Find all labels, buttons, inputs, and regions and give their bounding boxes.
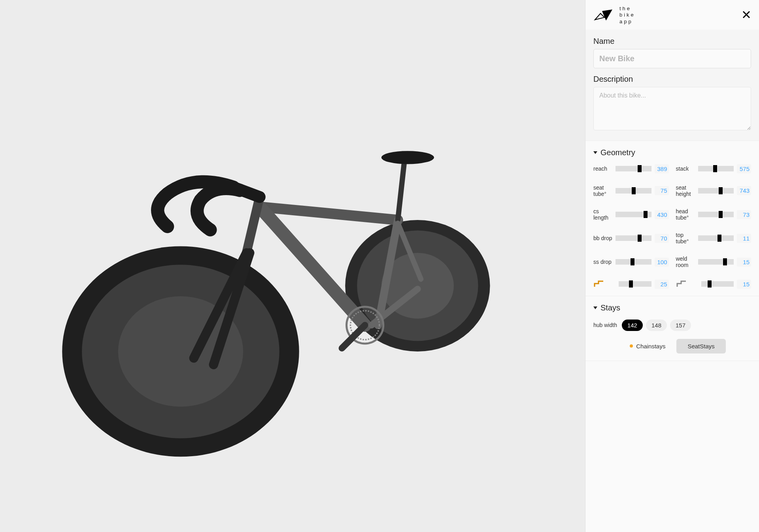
geometry-slider[interactable]	[616, 259, 651, 265]
geometry-param-value[interactable]: 389	[655, 164, 669, 173]
geometry-section-toggle[interactable]: Geometry	[593, 148, 751, 157]
geometry-param-label: head tube°	[676, 208, 695, 221]
geometry-param-row: 25	[593, 280, 669, 289]
geometry-param-label: stack	[676, 165, 695, 172]
geometry-param-row: seat height743	[676, 184, 751, 197]
brand-line-2: bike	[619, 12, 635, 18]
geometry-param-value[interactable]: 575	[737, 164, 751, 173]
svg-point-10	[381, 151, 434, 164]
step-gray-icon	[676, 280, 687, 288]
geometry-slider[interactable]	[698, 259, 734, 265]
close-button[interactable]	[741, 8, 752, 22]
geometry-param-label: top tube°	[676, 232, 695, 244]
geometry-param-row: seat tube°75	[593, 184, 669, 197]
geometry-param-label: cs length	[593, 208, 612, 221]
brand-line-1: the	[619, 6, 635, 12]
svg-line-6	[260, 207, 398, 220]
geometry-param-label: reach	[593, 165, 612, 172]
geometry-slider[interactable]	[616, 212, 651, 217]
geometry-param-row: top tube°11	[676, 232, 751, 244]
tab-label: Chainstays	[636, 343, 665, 350]
geometry-slider[interactable]	[619, 281, 651, 287]
geometry-param-row: ss drop100	[593, 256, 669, 268]
geometry-param-value[interactable]: 430	[655, 210, 669, 219]
properties-panel: the bike app Name Description G	[585, 0, 759, 532]
logo-icon	[593, 8, 615, 22]
geometry-param-value[interactable]: 73	[737, 210, 751, 219]
name-label: Name	[593, 37, 751, 46]
geometry-param-value[interactable]: 25	[655, 280, 669, 289]
svg-line-19	[342, 325, 365, 348]
geometry-slider[interactable]	[698, 212, 734, 217]
bike-render	[29, 69, 556, 463]
geometry-param-row: stack575	[676, 164, 751, 173]
geometry-slider[interactable]	[698, 166, 734, 171]
geometry-slider[interactable]	[698, 188, 734, 194]
geometry-param-row: 15	[676, 280, 751, 289]
geometry-param-row: head tube°73	[676, 208, 751, 221]
geometry-param-value[interactable]: 11	[737, 234, 751, 243]
bike-viewport[interactable]	[0, 0, 585, 532]
stays-tab[interactable]: SeatStays	[676, 339, 725, 353]
geometry-slider[interactable]	[616, 235, 651, 241]
caret-down-icon	[593, 151, 597, 154]
geometry-slider[interactable]	[616, 166, 651, 171]
geometry-slider[interactable]	[698, 235, 734, 241]
geometry-title: Geometry	[600, 148, 635, 157]
geometry-param-value[interactable]: 15	[737, 258, 751, 267]
hub-width-label: hub width	[593, 322, 617, 328]
svg-point-5	[118, 296, 243, 407]
geometry-param-label: seat tube°	[593, 184, 612, 197]
description-label: Description	[593, 75, 751, 84]
caret-down-icon	[593, 306, 597, 309]
hub-width-option[interactable]: 148	[646, 320, 667, 331]
geometry-param-value[interactable]: 75	[655, 186, 669, 195]
geometry-param-value[interactable]: 743	[737, 186, 751, 195]
stays-title: Stays	[600, 303, 620, 312]
svg-line-13	[246, 197, 259, 253]
tab-indicator-dot	[630, 344, 633, 348]
geometry-param-label: seat height	[676, 184, 695, 197]
geometry-param-row: reach389	[593, 164, 669, 173]
geometry-param-label: ss drop	[593, 259, 612, 265]
geometry-param-value[interactable]: 70	[655, 234, 669, 243]
svg-line-9	[398, 161, 404, 220]
stays-tab[interactable]: Chainstays	[619, 339, 676, 353]
geometry-param-value[interactable]: 15	[737, 280, 751, 289]
stays-section-toggle[interactable]: Stays	[593, 303, 751, 312]
tab-label: SeatStays	[687, 343, 714, 350]
geometry-param-value[interactable]: 100	[655, 258, 669, 267]
geometry-param-row: weld room15	[676, 256, 751, 268]
hub-width-option[interactable]: 142	[622, 320, 643, 331]
description-input[interactable]	[593, 87, 751, 130]
close-icon	[742, 11, 750, 19]
brand-line-3: app	[619, 19, 635, 25]
geometry-param-row: cs length430	[593, 208, 669, 221]
name-input[interactable]	[593, 49, 751, 68]
geometry-slider[interactable]	[701, 281, 734, 287]
geometry-slider[interactable]	[616, 188, 651, 194]
geometry-param-row: bb drop70	[593, 232, 669, 244]
step-orange-icon	[593, 280, 604, 288]
geometry-param-label: weld room	[676, 256, 695, 268]
hub-width-option[interactable]: 157	[670, 320, 691, 331]
geometry-param-label: bb drop	[593, 235, 612, 241]
brand-logo: the bike app	[593, 6, 635, 25]
